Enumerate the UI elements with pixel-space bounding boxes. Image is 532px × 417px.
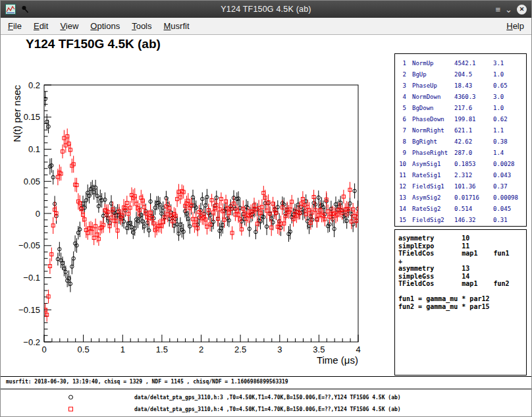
- param-row: 7NormRight621.11.1: [398, 125, 523, 136]
- svg-text:1: 1: [120, 345, 125, 354]
- svg-text:2: 2: [199, 345, 203, 354]
- svg-text:−0.1: −0.1: [23, 273, 40, 283]
- theory-line: [398, 288, 523, 296]
- y-axis-title: N(t) per nsec: [11, 85, 22, 142]
- x-axis-title: Time (μs): [317, 354, 358, 366]
- separator-line: [1, 376, 531, 377]
- svg-text:3.5: 3.5: [313, 345, 325, 354]
- svg-text:0.2: 0.2: [28, 80, 40, 90]
- theory-panel: asymmetry 10simplExpo 11TFieldCos map1 f…: [394, 229, 527, 375]
- square-marker-icon: [68, 407, 73, 412]
- titlebar: Y124 TF150G 4.5K (ab) ≡ ⌄ ✕: [1, 1, 531, 18]
- menu-item-tools[interactable]: Tools: [126, 18, 157, 34]
- param-row: 2BgUp204.51.0: [398, 69, 523, 80]
- theory-line: TFieldCos map1 fun2: [398, 280, 523, 288]
- param-row: 8BgRight42.620.38: [398, 136, 523, 147]
- theory-line: asymmetry 10: [398, 235, 523, 242]
- svg-text:1.5: 1.5: [156, 345, 168, 354]
- legend-label: data/deltat_pta_gps_3110,h:4 ,T0=4.50K,T…: [134, 406, 401, 412]
- svg-text:2.5: 2.5: [234, 345, 246, 354]
- param-row: 10AsymSig10.18530.0028: [398, 158, 523, 169]
- theory-line: simpleGss 14: [398, 273, 523, 281]
- theory-line: asymmetry 13: [398, 265, 523, 273]
- legend-entry: data/deltat_pta_gps_3110,h:4 ,T0=4.50K,T…: [1, 403, 531, 415]
- svg-text:0.5: 0.5: [78, 345, 90, 354]
- svg-text:0: 0: [41, 345, 46, 354]
- window-title: Y124 TF150G 4.5K (ab): [1, 5, 531, 14]
- param-row: 12FieldSig1101.360.37: [398, 181, 523, 192]
- theory-line: +: [398, 258, 523, 265]
- fit-parameters-panel: 1NormUp4542.13.12BgUp204.51.03PhaseUp18.…: [394, 53, 527, 227]
- menu-item-file[interactable]: File: [2, 18, 28, 34]
- legend-entry: data/deltat_pta_gps_3110,h:3 ,T0=4.50K,T…: [1, 391, 531, 403]
- menu-items-right: Help: [500, 18, 530, 34]
- param-row: 13AsymSig20.017160.00098: [398, 192, 523, 203]
- param-row: 3PhaseUp18.430.65: [398, 80, 523, 91]
- separator-line: [1, 389, 531, 389]
- param-row: 11RateSig12.3120.043: [398, 169, 523, 181]
- svg-text:0.05: 0.05: [24, 177, 40, 186]
- theory-line: simplExpo 11: [398, 242, 523, 250]
- menubar: FileEditViewOptionsToolsMusrfit Help: [1, 18, 531, 35]
- param-row: 6PhaseDown199.810.62: [398, 113, 523, 125]
- param-row: 5BgDown217.61.0: [398, 102, 523, 113]
- param-row: 14RateSig20.5140.045: [398, 203, 523, 214]
- theory-line: TFieldCos map1 fun1: [398, 250, 523, 258]
- param-row: 4NormDown4360.33.0: [398, 91, 523, 102]
- menu-item-musrfit[interactable]: Musrfit: [158, 18, 196, 34]
- menu-item-help[interactable]: Help: [500, 18, 530, 34]
- svg-text:3: 3: [277, 345, 282, 354]
- svg-text:4: 4: [356, 345, 360, 354]
- menu-item-options[interactable]: Options: [84, 18, 126, 34]
- menu-items: FileEditViewOptionsToolsMusrfit: [2, 18, 196, 34]
- param-row: 15FieldSig2146.320.31: [398, 214, 523, 225]
- plot-area[interactable]: 00.511.522.533.54−0.2−0.15−0.1−0.0500.05…: [2, 53, 394, 367]
- theory-line: fun2 = gamma_mu * par15: [398, 303, 523, 311]
- menu-item-edit[interactable]: Edit: [28, 18, 54, 34]
- legend-label: data/deltat_pta_gps_3110,h:3 ,T0=4.50K,T…: [134, 395, 401, 401]
- canvas-area: Y124 TF150G 4.5K (ab) 00.511.522.533.54−…: [1, 35, 531, 416]
- data-series-0: [43, 92, 359, 292]
- circle-marker-icon: [68, 395, 73, 400]
- param-row: 9PhaseRight287.01.4: [398, 147, 523, 158]
- svg-text:0.1: 0.1: [28, 144, 40, 154]
- plot-title: Y124 TF150G 4.5K (ab): [26, 37, 161, 51]
- fit-status-line: musrfit: 2018-06-30, 13:19:40, chisq = 1…: [6, 379, 288, 385]
- svg-text:0.15: 0.15: [24, 112, 40, 122]
- svg-text:0: 0: [36, 209, 40, 219]
- menu-item-view[interactable]: View: [54, 18, 84, 34]
- svg-text:−0.05: −0.05: [18, 240, 40, 250]
- theory-line: fun1 = gamma_mu * par12: [398, 295, 523, 303]
- param-row: 1NormUp4542.13.1: [398, 57, 523, 69]
- plot-canvas[interactable]: 00.511.522.533.54−0.2−0.15−0.1−0.0500.05…: [2, 53, 394, 367]
- svg-text:−0.2: −0.2: [23, 337, 40, 347]
- musrview-window: Y124 TF150G 4.5K (ab) ≡ ⌄ ✕ FileEditView…: [0, 0, 532, 417]
- svg-text:−0.15: −0.15: [18, 305, 40, 315]
